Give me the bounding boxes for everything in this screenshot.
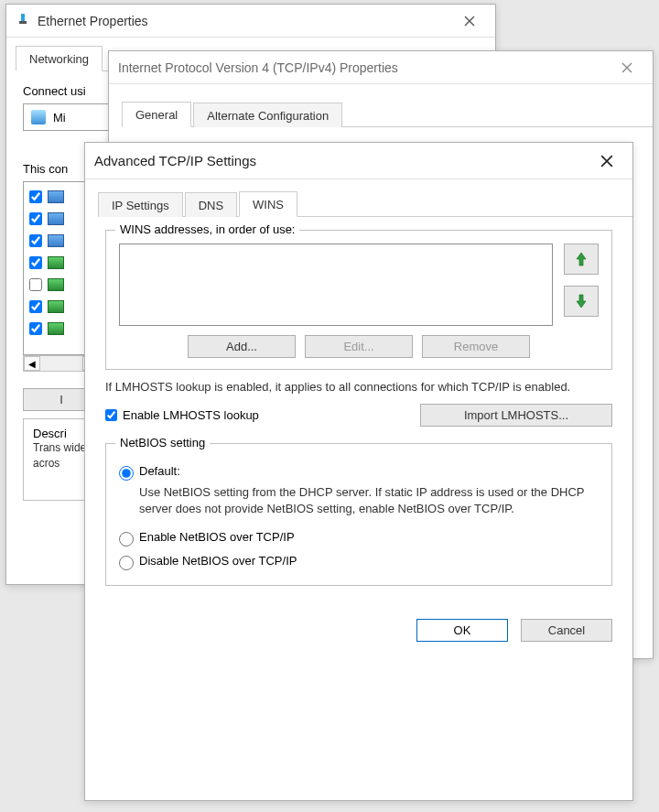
close-icon[interactable]	[453, 8, 486, 34]
item-checkbox[interactable]	[29, 300, 42, 313]
wins-addresses-group: WINS addresses, in order of use: Add... …	[105, 230, 612, 370]
edit-button[interactable]: Edit...	[305, 335, 413, 358]
service-icon	[48, 300, 64, 313]
tab-alternate-config[interactable]: Alternate Configuration	[193, 103, 342, 127]
netbios-group: NetBIOS setting Default: Use NetBIOS set…	[105, 443, 612, 586]
advanced-title: Advanced TCP/IP Settings	[94, 153, 590, 168]
ethernet-icon	[16, 12, 30, 29]
advanced-tcpip-window: Advanced TCP/IP Settings IP Settings DNS…	[84, 142, 633, 801]
ethernet-title: Ethernet Properties	[38, 14, 453, 28]
wins-address-list[interactable]	[119, 244, 553, 326]
tab-general[interactable]: General	[122, 102, 191, 127]
service-icon	[48, 278, 64, 291]
netbios-default-label: Default:	[139, 464, 180, 478]
tab-wins[interactable]: WINS	[239, 191, 297, 217]
netbios-default-desc: Use NetBIOS setting from the DHCP server…	[139, 484, 599, 517]
protocol-icon	[48, 190, 64, 203]
lmhosts-note: If LMHOSTS lookup is enabled, it applies…	[105, 379, 612, 396]
service-icon	[48, 322, 64, 335]
tab-ip-settings[interactable]: IP Settings	[98, 192, 183, 217]
protocol-icon	[48, 212, 64, 225]
ok-button[interactable]: OK	[416, 619, 508, 642]
enable-lmhosts-checkbox[interactable]	[105, 409, 117, 421]
item-checkbox[interactable]	[29, 256, 42, 269]
close-icon[interactable]	[610, 55, 643, 81]
netbios-enable-radio[interactable]	[119, 532, 134, 547]
ipv4-title: Internet Protocol Version 4 (TCP/IPv4) P…	[118, 60, 610, 75]
tab-dns[interactable]: DNS	[185, 192, 237, 217]
item-checkbox[interactable]	[29, 212, 42, 225]
advanced-tabs: IP Settings DNS WINS	[98, 190, 632, 217]
item-checkbox[interactable]	[29, 322, 42, 335]
svg-rect-0	[21, 14, 25, 21]
adapter-icon	[31, 110, 46, 125]
item-checkbox[interactable]	[29, 234, 42, 247]
cancel-button[interactable]: Cancel	[521, 619, 612, 642]
item-checkbox[interactable]	[29, 190, 42, 203]
advanced-titlebar[interactable]: Advanced TCP/IP Settings	[85, 143, 632, 179]
item-checkbox[interactable]	[29, 278, 42, 291]
description-legend: Descri	[33, 427, 90, 440]
import-lmhosts-button[interactable]: Import LMHOSTS...	[420, 404, 612, 427]
netbios-default-radio[interactable]	[119, 466, 134, 481]
netbios-legend: NetBIOS setting	[115, 436, 210, 449]
add-button[interactable]: Add...	[188, 335, 296, 358]
scroll-left-icon[interactable]: ◀	[24, 356, 40, 371]
svg-rect-1	[19, 21, 27, 24]
netbios-disable-radio[interactable]	[119, 556, 134, 570]
description-text: Trans wide acros	[33, 440, 90, 471]
enable-lmhosts-label[interactable]: Enable LMHOSTS lookup	[105, 408, 259, 422]
tab-networking[interactable]: Networking	[16, 46, 103, 71]
enable-lmhosts-text: Enable LMHOSTS lookup	[123, 408, 259, 422]
arrow-down-icon	[575, 294, 588, 309]
ipv4-titlebar[interactable]: Internet Protocol Version 4 (TCP/IPv4) P…	[109, 51, 653, 84]
ethernet-titlebar[interactable]: Ethernet Properties	[6, 5, 495, 38]
service-icon	[48, 256, 64, 269]
ipv4-tabs: General Alternate Configuration	[122, 101, 653, 127]
remove-button[interactable]: Remove	[422, 335, 530, 358]
protocol-icon	[48, 234, 64, 247]
wins-addresses-legend: WINS addresses, in order of use:	[115, 222, 299, 236]
netbios-enable-label: Enable NetBIOS over TCP/IP	[139, 530, 295, 544]
move-down-button[interactable]	[564, 286, 599, 317]
close-icon[interactable]	[590, 148, 623, 174]
netbios-disable-label: Disable NetBIOS over TCP/IP	[139, 554, 297, 568]
move-up-button[interactable]	[564, 244, 599, 275]
adapter-value: Mi	[53, 111, 66, 125]
arrow-up-icon	[575, 252, 588, 266]
